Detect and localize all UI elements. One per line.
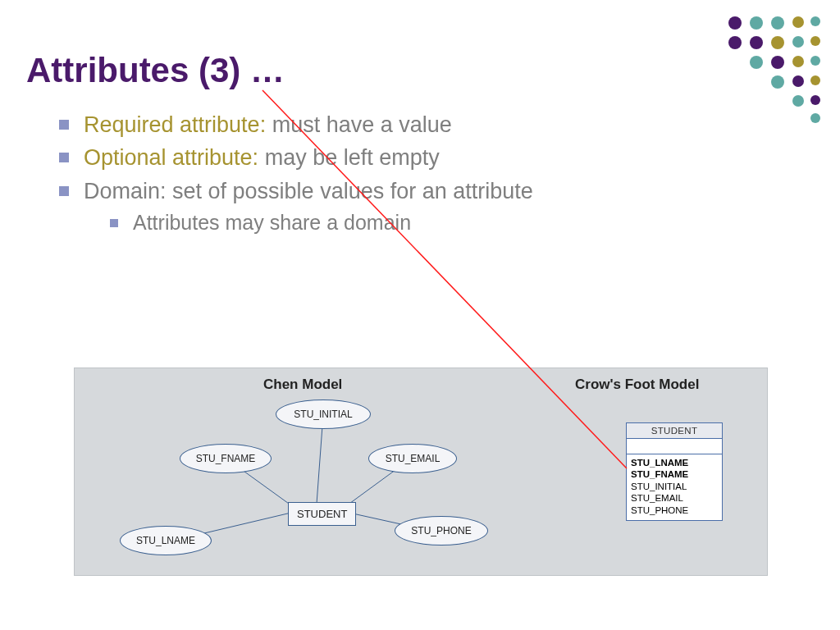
bullet-optional: Optional attribute: may be left empty [59, 143, 533, 172]
sub-bullet-share-domain: Attributes may share a domain [110, 209, 533, 237]
bullet-text: must have a value [266, 112, 452, 137]
crow-header: STUDENT [627, 423, 722, 439]
bullet-domain: Domain: set of possible values for an at… [59, 176, 533, 237]
chen-attr-phone: STU_PHONE [395, 516, 488, 546]
chen-attr-lname: STU_LNAME [120, 526, 212, 555]
bullet-icon [110, 219, 118, 227]
bullet-text: may be left empty [258, 145, 440, 170]
crow-table: STUDENT STU_LNAME STU_FNAME STU_INITIAL … [626, 422, 723, 521]
decor-dots [728, 16, 835, 131]
bullet-icon [59, 120, 69, 130]
crow-row-lname: STU_LNAME [631, 457, 718, 468]
diagram-panel: Chen Model Crow's Foot Model STUDENT STU… [74, 368, 768, 576]
crow-row-initial: STU_INITIAL [631, 481, 718, 492]
bullet-list: Required attribute: must have a value Op… [59, 107, 533, 240]
crow-body: STU_LNAME STU_FNAME STU_INITIAL STU_EMAI… [627, 454, 722, 520]
crow-model-title: Crow's Foot Model [575, 377, 699, 393]
bullet-label: Optional attribute: [84, 145, 258, 170]
crow-row-phone: STU_PHONE [631, 504, 718, 516]
svg-line-2 [317, 426, 322, 504]
bullet-required: Required attribute: must have a value [59, 110, 533, 139]
chen-attr-fname: STU_FNAME [180, 444, 272, 473]
chen-attr-email: STU_EMAIL [368, 444, 457, 473]
crow-pk-gap [627, 439, 722, 454]
slide-title: Attributes (3) … [26, 51, 285, 90]
bullet-label: Required attribute: [84, 112, 266, 137]
chen-diagram: STUDENT STU_LNAME STU_FNAME STU_INITIAL … [75, 368, 493, 575]
chen-attr-initial: STU_INITIAL [276, 399, 371, 429]
bullet-icon [59, 153, 69, 162]
chen-entity: STUDENT [288, 502, 356, 526]
bullet-icon [59, 186, 69, 196]
crow-row-fname: STU_FNAME [631, 468, 718, 480]
crow-row-email: STU_EMAIL [631, 492, 718, 504]
bullet-text: Domain: set of possible values for an at… [84, 179, 533, 203]
bullet-text: Attributes may share a domain [133, 211, 411, 234]
